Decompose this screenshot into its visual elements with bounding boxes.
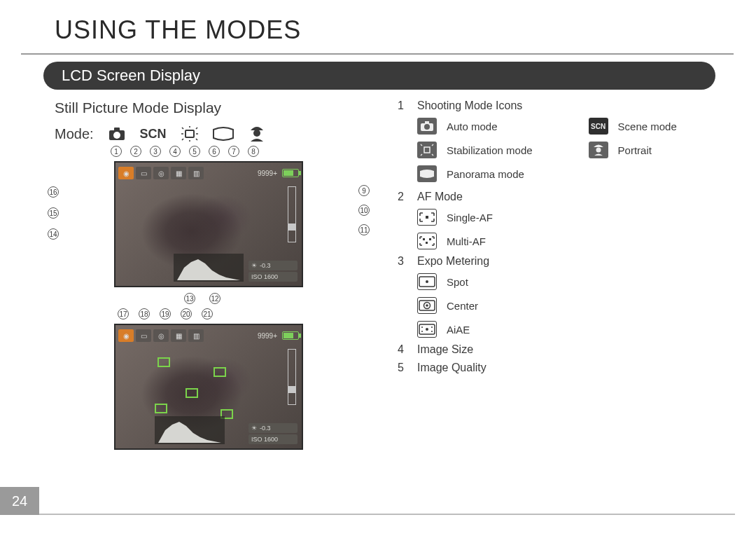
svg-point-11 — [596, 148, 601, 153]
stabilization-icon — [179, 125, 200, 143]
svg-rect-3 — [186, 130, 194, 137]
svg-point-22 — [426, 328, 428, 331]
lcd-diagram-1: 1 2 3 4 5 6 7 8 9 10 11 16 15 14 13 12 — [76, 161, 342, 287]
legend-item: Spot — [417, 273, 728, 290]
callout-num: 6 — [209, 146, 220, 157]
legend-title: Shooting Mode Icons — [417, 99, 522, 112]
callout-num: 19 — [160, 308, 171, 319]
stabilization-icon — [417, 142, 437, 158]
legend-title: Expo Metering — [417, 255, 489, 268]
legend-title: AF Mode — [417, 191, 463, 203]
spot-metering-icon — [417, 273, 437, 290]
svg-point-26 — [431, 331, 433, 332]
af-point-icon — [155, 404, 167, 413]
callout-num: 7 — [228, 146, 239, 157]
legend-item: Multi-AF — [417, 233, 728, 249]
svg-point-17 — [426, 280, 428, 283]
legend-section-3: 3 Expo Metering — [398, 255, 728, 268]
battery-icon — [282, 169, 299, 177]
multi-af-icon — [417, 233, 437, 249]
camera-icon — [417, 118, 437, 135]
af-icon-lcd: ▭ — [136, 167, 151, 179]
callout-num: 15 — [48, 207, 59, 219]
legend-label: AiAE — [447, 324, 470, 336]
callout-num: 9 — [358, 185, 370, 196]
callout-num: 13 — [184, 293, 195, 304]
svg-point-23 — [421, 326, 423, 328]
legend-label: Panorama mode — [447, 168, 524, 180]
svg-rect-10 — [424, 147, 430, 153]
page-number: 24 — [0, 487, 39, 515]
legend-item: Portrait — [589, 142, 677, 158]
callout-num: 2 — [130, 146, 141, 157]
section-header: LCD Screen Display — [43, 62, 715, 90]
svg-rect-1 — [114, 128, 120, 131]
callout-num: 17 — [118, 308, 129, 319]
legend-section-4: 4 Image Size — [398, 343, 728, 356]
callout-num: 11 — [358, 224, 370, 235]
legend-number: 1 — [398, 99, 410, 112]
callout-num: 8 — [248, 146, 259, 157]
callout-num: 21 — [202, 308, 213, 319]
callout-num: 16 — [48, 186, 59, 198]
svg-rect-13 — [423, 238, 425, 240]
legend-title: Image Quality — [417, 362, 486, 374]
histogram — [174, 254, 244, 282]
legend-label: Auto mode — [447, 121, 498, 132]
exposure-row: ☀-0.3 — [248, 261, 298, 270]
exposure-row: ☀-0.3 — [248, 423, 298, 433]
legend-item: Center — [417, 297, 728, 314]
scn-icon: SCN — [589, 118, 608, 135]
callout-num: 1 — [111, 146, 122, 157]
size-icon-lcd: ▦ — [171, 329, 186, 342]
svg-rect-14 — [429, 238, 431, 240]
af-point-icon — [186, 388, 198, 398]
lcd-diagram-2: 17 18 19 20 21 ◉ ▭ ◎ ▦ ▥ 9999+ — [76, 324, 342, 450]
iso-row: ISO 1600 — [248, 272, 298, 282]
mode-label: Mode: — [55, 126, 94, 142]
legend-item: Single-AF — [417, 209, 728, 226]
callout-num: 3 — [150, 146, 161, 157]
svg-point-2 — [113, 132, 120, 139]
legend-label: Portrait — [618, 144, 652, 156]
battery-icon — [282, 331, 299, 340]
aiae-metering-icon — [417, 321, 437, 338]
legend-item: Auto mode — [417, 118, 533, 135]
quality-icon-lcd: ▥ — [188, 329, 204, 342]
mode-icon-lcd: ◉ — [118, 167, 134, 179]
panorama-icon — [213, 125, 234, 143]
legend-item: Stabilization mode — [417, 142, 533, 158]
callout-num: 12 — [209, 293, 220, 304]
svg-point-4 — [253, 130, 260, 137]
lcd-screen: ◉ ▭ ◎ ▦ ▥ 9999+ ☀-0.3 — [114, 324, 303, 450]
legend-item: SCN Scene mode — [589, 118, 677, 135]
callout-num: 14 — [48, 228, 59, 240]
legend-label: Center — [447, 300, 478, 312]
shots-remaining: 9999+ — [258, 170, 277, 177]
svg-point-24 — [431, 326, 433, 328]
callout-num: 18 — [139, 308, 150, 319]
callout-num: 10 — [358, 205, 370, 216]
svg-point-25 — [421, 331, 423, 332]
af-point-icon — [158, 357, 170, 367]
shots-remaining: 9999+ — [258, 332, 277, 340]
legend-item: AiAE — [417, 321, 728, 338]
size-icon-lcd: ▦ — [171, 167, 186, 179]
legend-number: 5 — [398, 362, 410, 374]
af-point-icon — [214, 367, 226, 377]
sub-heading: Still Picture Mode Display — [55, 99, 377, 116]
mode-row: Mode: SCN — [55, 125, 377, 143]
scn-mode-text: SCN — [140, 127, 167, 142]
metering-icon-lcd: ◎ — [153, 329, 169, 342]
metering-icon-lcd: ◎ — [153, 167, 169, 179]
iso-row: ISO 1600 — [248, 434, 298, 444]
legend-section-2: 2 AF Mode — [398, 191, 728, 203]
lcd-screen: ◉ ▭ ◎ ▦ ▥ 9999+ ☀-0.3 ISO 1600 — [114, 161, 303, 287]
svg-point-9 — [424, 124, 430, 130]
svg-rect-15 — [426, 242, 428, 244]
legend-number: 4 — [398, 343, 410, 356]
legend-label: Scene mode — [618, 121, 677, 132]
legend-label: Single-AF — [447, 212, 493, 224]
portrait-icon — [589, 142, 608, 158]
af-icon-lcd: ▭ — [136, 329, 151, 342]
